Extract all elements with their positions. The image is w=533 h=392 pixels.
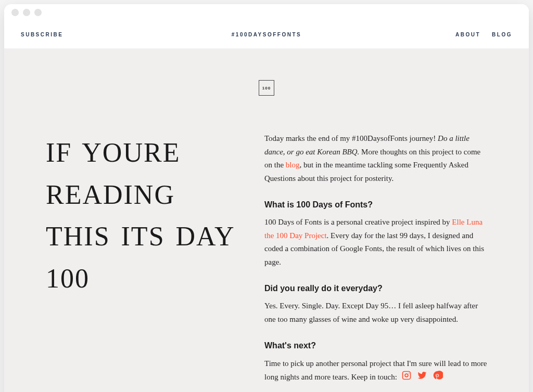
blog-nav-link[interactable]: BLOG [492,32,512,37]
twitter-icon[interactable] [417,370,427,385]
subscribe-link[interactable]: SUBSCRIBE [21,32,63,37]
site-header: SUBSCRIBE #100DAYSOFFONTS ABOUT BLOG [4,21,529,49]
q3-body: Time to pick up another personal project… [264,357,487,385]
q3-heading: What's next? [264,338,487,352]
q1-lead: 100 Days of Fonts is a personal creative… [264,218,452,226]
traffic-light-dot [23,9,30,16]
intro-paragraph: Today marks the end of my #100DaysofFont… [264,132,487,185]
site-title[interactable]: #100DAYSOFFONTS [232,32,301,37]
social-row [401,370,443,385]
pinterest-icon[interactable] [433,370,443,385]
intro-lead: Today marks the end of my #100DaysofFont… [264,134,438,142]
headline-text: If youre reading this its day 100 [46,132,238,299]
q1-heading: What is 100 Days of Fonts? [264,198,487,212]
day-badge: 100 [259,80,274,96]
text-column: Today marks the end of my #100DaysofFont… [264,132,487,390]
nav-right: ABOUT BLOG [455,32,512,37]
page-body: 100 If youre reading this its day 100 To… [4,49,529,392]
browser-frame: SUBSCRIBE #100DAYSOFFONTS ABOUT BLOG 100… [4,4,529,392]
instagram-icon[interactable] [401,370,412,385]
q3-text: Time to pick up another personal project… [264,359,487,381]
traffic-light-dot [11,9,19,16]
browser-titlebar [4,4,529,21]
headline-column: If youre reading this its day 100 [46,132,238,299]
q2-body: Yes. Every. Single. Day. Except Day 95… … [264,299,487,326]
traffic-light-dot [34,9,42,16]
content-row: If youre reading this its day 100 Today … [46,132,487,390]
q2-heading: Did you really do it everyday? [264,281,487,295]
q1-body: 100 Days of Fonts is a personal creative… [264,216,487,269]
about-link[interactable]: ABOUT [455,32,480,37]
blog-link[interactable]: blog [286,161,300,169]
